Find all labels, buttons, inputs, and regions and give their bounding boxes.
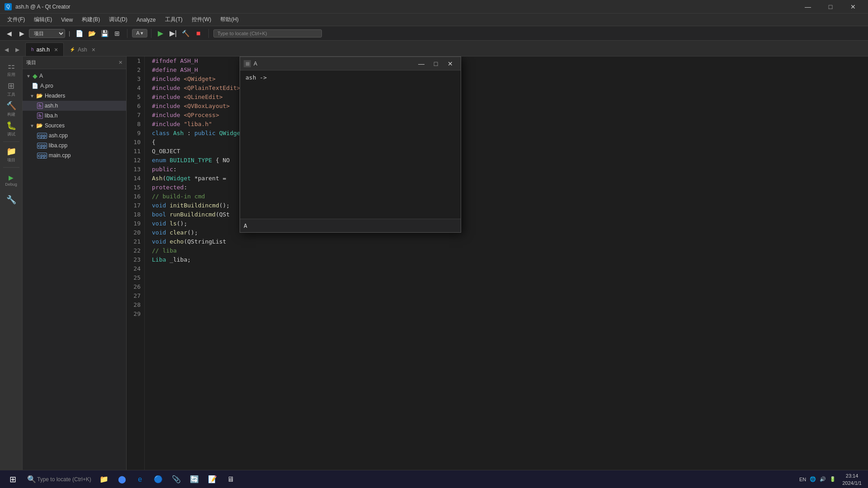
tab-ash-h-icon: h bbox=[31, 47, 34, 52]
taskbar-file-explorer[interactable]: 📁 bbox=[96, 472, 112, 487]
tab-ash-close[interactable]: × bbox=[92, 46, 95, 53]
title-bar: Q ash.h @ A - Qt Creator — □ ✕ bbox=[0, 0, 868, 14]
sources-label: Sources bbox=[45, 122, 65, 129]
tab-ash[interactable]: ⚡ Ash × bbox=[64, 42, 101, 56]
tab-ash-h[interactable]: h ash.h × bbox=[25, 42, 64, 56]
taskbar-clock[interactable]: 23:14 2024/1/1 bbox=[840, 471, 864, 488]
root-label: A bbox=[39, 73, 43, 79]
menu-analyze[interactable]: Analyze bbox=[133, 15, 160, 25]
activity-sep2 bbox=[3, 167, 19, 168]
activity-project[interactable]: 📁 项目 bbox=[2, 145, 20, 164]
taskbar-time: 23:14 bbox=[842, 472, 862, 479]
title-controls[interactable]: — □ ✕ bbox=[797, 0, 863, 14]
tab-nav-right[interactable]: ▶ bbox=[13, 43, 22, 56]
activity-run-mode[interactable]: 🔧 bbox=[2, 191, 20, 209]
ash-h-icon: h bbox=[37, 103, 43, 109]
debug-mode-label: Debug bbox=[5, 182, 17, 187]
activity-tools[interactable]: ⊞ 工具 bbox=[2, 80, 20, 98]
toolbar-save-all-btn[interactable]: ⊞ bbox=[112, 28, 123, 39]
taskbar-app7[interactable]: 📝 bbox=[204, 472, 221, 487]
tab-nav-left[interactable]: ◀ bbox=[2, 43, 11, 56]
menu-view[interactable]: View bbox=[57, 15, 76, 25]
app4-icon: 🔵 bbox=[153, 474, 164, 485]
code-line-27: // liba bbox=[152, 246, 861, 255]
taskbar-start-btn[interactable]: ⊞ bbox=[4, 472, 22, 487]
debug-mode-icon: ▶ bbox=[9, 174, 14, 181]
float-maximize-btn[interactable]: □ bbox=[429, 58, 443, 69]
sidebar-item-main-cpp[interactable]: cpp main.cpp bbox=[23, 150, 126, 160]
stop-btn[interactable]: ■ bbox=[193, 28, 204, 39]
maximize-button[interactable]: □ bbox=[820, 0, 841, 14]
title-bar-left: Q ash.h @ A - Qt Creator bbox=[5, 3, 71, 10]
toolbar-back-btn[interactable]: ◀ bbox=[4, 28, 14, 39]
menu-controls[interactable]: 控件(W) bbox=[188, 14, 215, 25]
close-button[interactable]: ✕ bbox=[843, 0, 863, 14]
menu-build[interactable]: 构建(B) bbox=[78, 14, 104, 25]
terminal-input[interactable] bbox=[244, 222, 457, 229]
tab-ash-label: Ash bbox=[78, 47, 87, 53]
sidebar-item-root[interactable]: ▼ ◆ A bbox=[23, 71, 126, 81]
tab-bar: ◀ ▶ h ash.h × ⚡ Ash × bbox=[0, 41, 868, 56]
activity-build[interactable]: 🔨 构建 bbox=[2, 100, 20, 118]
run-btn[interactable]: ▶ bbox=[155, 28, 166, 39]
menu-edit[interactable]: 编辑(E) bbox=[30, 14, 56, 25]
code-line-28: Liba _liba; bbox=[152, 255, 861, 264]
sidebar-item-ash-cpp[interactable]: cpp ash.cpp bbox=[23, 131, 126, 141]
tools-icon: ⊞ bbox=[8, 81, 14, 91]
taskbar-app5[interactable]: 📎 bbox=[168, 472, 184, 487]
activity-debug2[interactable]: 🐛 调试 bbox=[2, 120, 20, 138]
build-btn[interactable]: 🔨 bbox=[180, 28, 191, 39]
activity-debug-mode[interactable]: ▶ Debug bbox=[2, 171, 20, 189]
taskbar-lang[interactable]: EN bbox=[799, 477, 806, 482]
toolbar-build-section: A ▾ ▶ ▶| 🔨 ■ bbox=[132, 28, 204, 39]
project-dropdown[interactable]: 项目 bbox=[29, 29, 65, 38]
taskbar-app8[interactable]: 🖥 bbox=[222, 472, 239, 487]
menu-tools[interactable]: 工具(T) bbox=[161, 14, 186, 25]
toolbar-save-btn[interactable]: 💾 bbox=[99, 28, 110, 39]
liba-h-label: liba.h bbox=[45, 113, 58, 119]
float-close-btn[interactable]: ✕ bbox=[443, 58, 457, 69]
taskbar-search[interactable]: 🔍 Type to locate (Ctrl+K) bbox=[24, 472, 94, 487]
sidebar-item-liba-h[interactable]: h liba.h bbox=[23, 111, 126, 121]
sidebar-close-btn[interactable]: ✕ bbox=[118, 60, 123, 66]
terminal-input-area[interactable] bbox=[240, 219, 461, 232]
toolbar-sep2 bbox=[151, 29, 151, 38]
taskbar-browser[interactable]: e bbox=[132, 472, 148, 487]
root-arrow: ▼ bbox=[26, 74, 31, 79]
toolbar-open-btn[interactable]: 📂 bbox=[86, 28, 97, 39]
taskbar-app6[interactable]: 🔄 bbox=[186, 472, 203, 487]
tab-ash-h-close[interactable]: × bbox=[54, 46, 58, 53]
tab-ash-h-label: ash.h bbox=[37, 47, 50, 53]
locate-input[interactable]: Type to locate (Ctrl+K) bbox=[213, 29, 322, 38]
minimize-button[interactable]: — bbox=[797, 0, 818, 14]
sidebar-item-ash-h[interactable]: h ash.h bbox=[23, 101, 126, 111]
toolbar-forward-btn[interactable]: ▶ bbox=[16, 28, 27, 39]
sidebar-item-headers[interactable]: ▼ 📂 Headers bbox=[23, 91, 126, 101]
sidebar-item-sources[interactable]: ▼ 📂 Sources bbox=[23, 121, 126, 131]
float-controls[interactable]: — □ ✕ bbox=[415, 58, 457, 69]
search-icon: 🔍 bbox=[26, 474, 37, 485]
activity-bar: ⚏ 应用 ⊞ 工具 🔨 构建 🐛 调试 📁 项目 ▶ Debug 🔧 bbox=[0, 56, 23, 475]
menu-debug[interactable]: 调试(D) bbox=[105, 14, 131, 25]
run-config-dropdown[interactable]: A ▾ bbox=[132, 29, 147, 38]
menu-help[interactable]: 帮助(H) bbox=[217, 14, 242, 25]
liba-h-icon: h bbox=[37, 113, 43, 119]
main-cpp-label: main.cpp bbox=[49, 152, 71, 159]
debug2-icon: 🐛 bbox=[6, 121, 16, 131]
taskbar-right: EN 🌐 🔊 🔋 23:14 2024/1/1 bbox=[799, 471, 864, 488]
menu-file[interactable]: 文件(F) bbox=[4, 14, 28, 25]
taskbar-chrome[interactable]: ⬤ bbox=[114, 472, 130, 487]
app6-icon: 🔄 bbox=[189, 474, 200, 485]
debug-btn[interactable]: ▶| bbox=[168, 28, 179, 39]
terminal-prompt-text: ash -> bbox=[245, 74, 267, 81]
activity-apps[interactable]: ⚏ 应用 bbox=[2, 60, 20, 78]
taskbar-network-icon: 🌐 bbox=[810, 476, 816, 482]
taskbar-app4[interactable]: 🔵 bbox=[150, 472, 166, 487]
file-explorer-icon: 📁 bbox=[99, 474, 109, 485]
toolbar-new-btn[interactable]: 📄 bbox=[74, 28, 85, 39]
apps-icon: ⚏ bbox=[8, 61, 15, 71]
line-numbers: 12345 678910 1112131415 1617181920 21222… bbox=[127, 56, 145, 475]
sidebar-item-apro[interactable]: 📄 A.pro bbox=[23, 81, 126, 91]
float-minimize-btn[interactable]: — bbox=[415, 58, 428, 69]
sidebar-item-liba-cpp[interactable]: cpp liba.cpp bbox=[23, 141, 126, 150]
